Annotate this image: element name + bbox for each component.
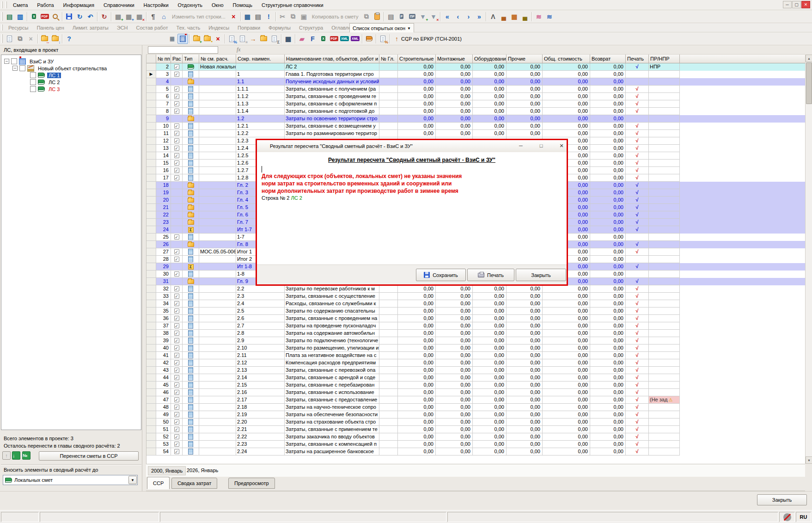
period-start[interactable]: 2000, Январь	[148, 466, 186, 475]
row-checkbox[interactable]: ✓	[174, 294, 179, 299]
row-checkbox[interactable]: ✓	[174, 442, 179, 447]
row-checkbox[interactable]: ✓	[174, 338, 179, 343]
edit-object-icon[interactable]: ⌂	[159, 12, 169, 22]
tree-item-ЛС 2[interactable]: ЛС 2	[30, 79, 61, 86]
table-row[interactable]: 51✓2.21Затраты, связанные с применением …	[147, 426, 805, 433]
estimate-calc-icon[interactable]: ▦	[242, 12, 253, 22]
print-settings-icon[interactable]: ▤	[385, 12, 396, 22]
table-row[interactable]: 54✓2.24Затраты на расширенное банковское…	[147, 448, 805, 455]
move-up-button[interactable]: ↑	[2, 451, 11, 460]
eraser-icon[interactable]: ▰	[297, 34, 307, 44]
row-checkbox[interactable]: ✓	[174, 353, 179, 358]
current-object-icon[interactable]	[177, 34, 188, 44]
row-checkbox[interactable]: ✓	[174, 360, 179, 365]
toolbar-grip[interactable]	[1, 34, 3, 43]
copy-pages-icon[interactable]: ⧉	[361, 12, 372, 22]
panel-button-Лимит. затраты[interactable]: Лимит. затраты	[68, 24, 113, 32]
table-row[interactable]: 53✓2.23Затраты, связанные с компенсацией…	[147, 441, 805, 448]
clipboard-icon[interactable]	[372, 12, 382, 22]
panel-button-ЭСН[interactable]: ЭСН	[113, 24, 132, 32]
priority-icon[interactable]: !	[263, 12, 274, 22]
table-row[interactable]: 7✓1.1.3Затраты, связанные с оформлением …	[147, 100, 805, 108]
row-checkbox[interactable]: ✓	[174, 397, 179, 402]
row-checkbox[interactable]: ✓	[174, 434, 179, 439]
dialog-close-button[interactable]: Закрыть	[516, 269, 566, 281]
table-row[interactable]: 45✓2.15Затраты, связанные с перебазирова…	[147, 381, 805, 389]
tree-expand-icon[interactable]: –	[12, 66, 18, 71]
move-level-up-icon[interactable]: ‹	[452, 12, 463, 22]
panel-button-Тех. часть[interactable]: Тех. часть	[172, 24, 204, 32]
indexes-blue-icon[interactable]: ≋	[544, 12, 555, 22]
column-header-Печать[interactable]: Печать	[626, 55, 649, 63]
new-document-icon[interactable]	[4, 34, 15, 44]
column-header-Строительные[interactable]: Строительные	[398, 55, 436, 63]
column-header-Монтажные[interactable]: Монтажные	[436, 55, 473, 63]
row-checkbox[interactable]: ✓	[174, 427, 179, 432]
calculator-icon[interactable]: ▦	[283, 34, 293, 44]
table-row[interactable]: 34✓2.4Расходы, связанные со служебными к…	[147, 300, 805, 308]
xml-mv-icon[interactable]: XML	[350, 34, 360, 44]
tree-checkbox[interactable]	[30, 79, 36, 85]
panel-button-Состав работ[interactable]: Состав работ	[132, 24, 172, 32]
row-checkbox[interactable]: ✓	[174, 257, 179, 262]
open-windows-tab[interactable]: Список открытых окон ▼	[349, 23, 414, 33]
row-reference-link[interactable]: ЛС 2	[291, 195, 302, 201]
row-checkbox[interactable]: ✓	[174, 146, 179, 151]
row-checkbox[interactable]: ✓	[174, 382, 179, 388]
move-down-button[interactable]: ↓	[12, 451, 20, 460]
table-row[interactable]: 38✓2.8Затраты на содержание автомобильн0…	[147, 330, 805, 337]
dialog-minimize-button[interactable]: ─	[514, 142, 528, 151]
import-folder-icon[interactable]: ↔	[39, 34, 50, 44]
row-checkbox[interactable]: ✓	[174, 153, 179, 158]
formula-calc-icon[interactable]: F	[307, 34, 318, 44]
filter-clear-icon[interactable]: ▼×	[428, 12, 439, 22]
toolbar-grip[interactable]	[1, 12, 3, 21]
row-checkbox[interactable]: ✓	[174, 286, 179, 291]
move-up-icon[interactable]: ↑	[391, 34, 402, 44]
menu-item-Работа[interactable]: Работа	[32, 1, 58, 9]
move-last-level-icon[interactable]: »	[474, 12, 484, 22]
menu-item-Помощь[interactable]: Помощь	[228, 1, 257, 9]
row-checkbox[interactable]: ✓	[174, 234, 179, 240]
scroll-down-icon[interactable]: ▼	[806, 456, 812, 464]
copy-document-icon[interactable]: ⧉	[15, 34, 25, 44]
machines-icon[interactable]: ▄	[519, 12, 530, 22]
excel-export-icon[interactable]: X	[29, 12, 39, 22]
table-row[interactable]: 47✓2.17Затраты, связанные с предоставлен…	[147, 396, 805, 404]
row-checkbox[interactable]: ✓	[174, 72, 179, 77]
list-document-icon[interactable]: ≡	[237, 34, 248, 44]
folder-add-icon[interactable]: +	[191, 34, 202, 44]
filter-edit-icon[interactable]: ▼+	[417, 12, 428, 22]
column-header-№ Гл.[interactable]: № Гл.	[379, 55, 398, 63]
column-header-Возврат[interactable]: Возврат	[590, 55, 626, 63]
table-row[interactable]: 50✓2.20Затраты на страхование объекта ст…	[147, 418, 805, 426]
tree-item-Новый объект строительства[interactable]: –Новый объект строительства	[12, 65, 108, 72]
toolbar-grip[interactable]	[1, 1, 3, 8]
table-row[interactable]: 39✓2.9Затраты по подключению (технологич…	[147, 337, 805, 345]
table-row[interactable]: 41✓2.11Плата за негативное воздействие н…	[147, 352, 805, 359]
tree-item-ЛС 1[interactable]: ЛС 1	[30, 72, 61, 79]
menu-item-Справочники[interactable]: Справочники	[99, 1, 139, 9]
table-row[interactable]: 11✓1.2.2Затраты по разминированию террит…	[147, 130, 805, 137]
excel-icon[interactable]: X	[318, 34, 329, 44]
materials-icon[interactable]: ▦	[509, 12, 519, 22]
copy-icon[interactable]: ⧉	[288, 12, 299, 22]
column-header-Рас[interactable]: Рас	[171, 55, 183, 63]
row-checkbox[interactable]: ✓	[174, 249, 179, 254]
period-end[interactable]: 2026, Январь	[187, 466, 218, 475]
row-checkbox[interactable]: ✓	[174, 345, 179, 351]
window-close-button[interactable]: ✕	[801, 1, 810, 8]
row-checkbox[interactable]: ✓	[174, 316, 179, 321]
insert-section-icon[interactable]: ▦+	[123, 12, 134, 22]
table-row[interactable]: 32✓2.2Затраты по перевозке работников к …	[147, 285, 805, 293]
table-row[interactable]: ▶3✓1Глава 1. Подготовка территории стро0…	[147, 71, 805, 78]
language-indicator[interactable]: RU	[796, 512, 811, 522]
cut-icon[interactable]: ✂	[277, 12, 288, 22]
row-checkbox[interactable]: ✓	[174, 449, 179, 454]
folder-new-icon[interactable]: *	[202, 34, 213, 44]
table-row[interactable]: 41.1Получение исходных данных и условий0…	[147, 78, 805, 86]
column-header-Оборудование[interactable]: Оборудование	[473, 55, 507, 63]
dropdown-arrow-icon[interactable]: ▼	[128, 476, 137, 484]
row-checkbox[interactable]: ✓	[174, 419, 179, 425]
dialog-close-icon[interactable]: ✕	[555, 142, 568, 151]
